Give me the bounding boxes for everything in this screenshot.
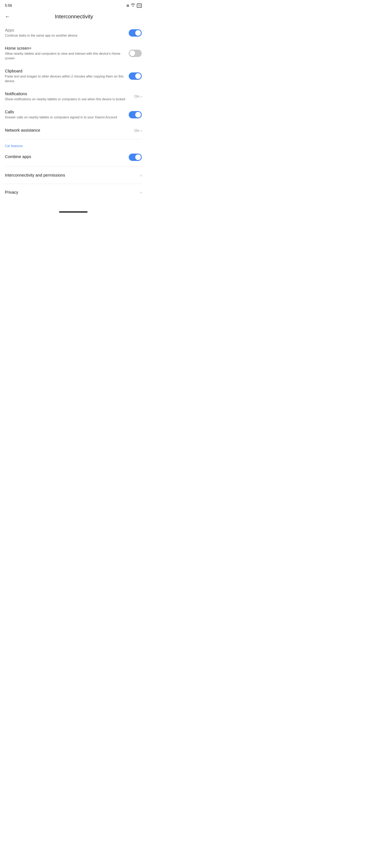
- nav-item-interconnectivity-permissions[interactable]: Interconnectivity and permissions ›: [5, 168, 142, 182]
- status-bar: 5:56 ⊠ 73: [0, 0, 147, 10]
- back-button[interactable]: ←: [5, 13, 10, 20]
- battery-icon: 73: [137, 3, 142, 8]
- section-divider-top: [5, 139, 142, 140]
- home-indicator[interactable]: [59, 211, 88, 213]
- apps-toggle[interactable]: [129, 29, 142, 37]
- nav-item-privacy[interactable]: Privacy ›: [5, 186, 142, 199]
- apps-desc: Continue tasks in the same app on anothe…: [5, 33, 124, 38]
- network-assistance-on-arrow[interactable]: On ›: [134, 129, 142, 133]
- car-features-section-label: Car features: [5, 141, 142, 150]
- setting-item-clipboard: Clipboard Paste text and images to other…: [5, 65, 142, 88]
- home-screen-plus-toggle[interactable]: [129, 50, 142, 57]
- calls-toggle[interactable]: [129, 111, 142, 118]
- apps-toggle-knob: [135, 30, 141, 36]
- network-assistance-title: Network assistance: [5, 128, 130, 133]
- bottom-bar: [0, 207, 147, 216]
- notifications-desc: Show notifications on nearby tablets or …: [5, 97, 130, 101]
- page-title: Interconnectivity: [14, 13, 134, 20]
- interconnectivity-permissions-chevron-icon: ›: [140, 173, 142, 178]
- status-time: 5:56: [5, 3, 12, 8]
- settings-list: Apps Continue tasks in the same app on a…: [0, 24, 147, 199]
- home-screen-plus-toggle-knob: [130, 51, 135, 56]
- setting-item-home-screen-plus: Home screen+ Allow nearby tablets and co…: [5, 42, 142, 65]
- combine-apps-toggle-knob: [135, 154, 141, 160]
- notifications-title: Notifications: [5, 92, 130, 96]
- privacy-title: Privacy: [5, 190, 18, 195]
- calls-desc: Answer calls on nearby tablets or comput…: [5, 115, 124, 120]
- network-assistance-chevron-icon: ›: [141, 129, 142, 133]
- setting-item-apps: Apps Continue tasks in the same app on a…: [5, 24, 142, 42]
- status-icons: ⊠ 73: [127, 3, 142, 8]
- setting-item-combine-apps: Combine apps: [5, 150, 142, 165]
- calls-title: Calls: [5, 110, 124, 114]
- interconnectivity-permissions-title: Interconnectivity and permissions: [5, 173, 65, 178]
- setting-item-calls: Calls Answer calls on nearby tablets or …: [5, 105, 142, 124]
- combine-apps-toggle[interactable]: [129, 154, 142, 161]
- section-divider-nav: [5, 184, 142, 184]
- apps-title: Apps: [5, 28, 124, 33]
- notifications-chevron-icon: ›: [141, 94, 142, 99]
- clipboard-title: Clipboard: [5, 69, 124, 73]
- notifications-state: On: [134, 94, 139, 99]
- setting-item-notifications[interactable]: Notifications Show notifications on near…: [5, 88, 142, 105]
- setting-item-network-assistance[interactable]: Network assistance On ›: [5, 124, 142, 137]
- home-screen-plus-title: Home screen+: [5, 46, 124, 51]
- privacy-chevron-icon: ›: [140, 190, 142, 195]
- clipboard-toggle[interactable]: [129, 72, 142, 80]
- notifications-on-arrow[interactable]: On ›: [134, 94, 142, 99]
- section-divider-bottom: [5, 166, 142, 167]
- header: ← Interconnectivity: [0, 10, 147, 24]
- combine-apps-title: Combine apps: [5, 154, 124, 159]
- wifi-icon: [131, 3, 135, 8]
- calls-toggle-knob: [135, 112, 141, 118]
- home-screen-plus-desc: Allow nearby tablets and computers to vi…: [5, 52, 124, 61]
- clipboard-toggle-knob: [135, 73, 141, 79]
- screenshot-icon: ⊠: [127, 4, 129, 7]
- clipboard-desc: Paste text and images to other devices w…: [5, 74, 124, 84]
- network-assistance-state: On: [134, 129, 139, 133]
